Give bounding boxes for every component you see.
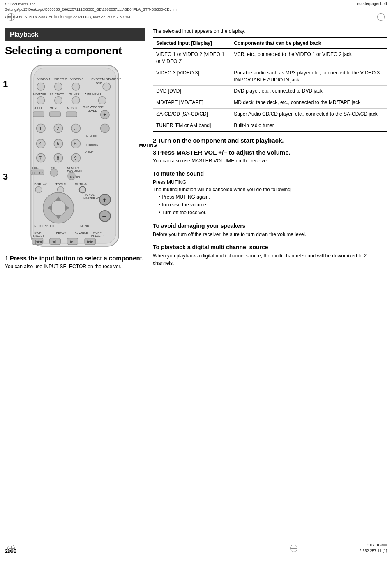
table-cell-components: VCR, etc., connected to the VIDEO 1 or V… bbox=[231, 49, 387, 67]
table-row: DVD [DVD]DVD player, etc., connected to … bbox=[153, 86, 387, 97]
svg-text:7: 7 bbox=[39, 155, 42, 160]
svg-text:6: 6 bbox=[74, 141, 77, 146]
svg-text:–: – bbox=[102, 211, 106, 220]
svg-text:▶▶|: ▶▶| bbox=[87, 239, 95, 243]
svg-text:TOOLS: TOOLS bbox=[55, 182, 66, 186]
header-masterpage: masterpage: Left bbox=[357, 2, 387, 6]
svg-text:ENTER: ENTER bbox=[70, 175, 80, 178]
table-cell-input: VIDEO 3 [VIDEO 3] bbox=[153, 67, 231, 86]
step-3-item: 3 Press MASTER VOL +/– to adjust the vol… bbox=[153, 149, 387, 165]
svg-text:MEMORY: MEMORY bbox=[67, 166, 79, 169]
svg-text:MUTING: MUTING bbox=[75, 182, 87, 186]
corner-tr-crosshair bbox=[377, 13, 385, 21]
step-1-normal: You can also use INPUT SELECTOR on the r… bbox=[5, 263, 145, 270]
mute-text1: Press MUTING. bbox=[153, 178, 387, 186]
footer-part-num: 2-662-257-11 (1) bbox=[359, 548, 387, 554]
svg-text:SUB WOOFER: SUB WOOFER bbox=[83, 105, 104, 109]
svg-text:VIDEO 3: VIDEO 3 bbox=[70, 77, 83, 81]
svg-text:VIDEO 2: VIDEO 2 bbox=[54, 77, 67, 81]
svg-text:DISPLAY: DISPLAY bbox=[34, 182, 47, 186]
right-column: The selected input appears on the displa… bbox=[153, 28, 387, 275]
step-1-num: 1 bbox=[5, 255, 8, 262]
svg-text:FM MODE: FM MODE bbox=[85, 134, 98, 137]
avoid-text: Before you turn off the receiver, be sur… bbox=[153, 231, 387, 238]
svg-text:>10/-: >10/- bbox=[32, 166, 38, 169]
table-row: SA-CD/CD [SA-CD/CD]Super Audio CD/CD pla… bbox=[153, 108, 387, 120]
svg-text:+: + bbox=[103, 196, 106, 203]
svg-point-17 bbox=[72, 96, 80, 104]
avoid-heading: To avoid damaging your speakers bbox=[153, 223, 387, 229]
mute-text2: The muting function will be canceled whe… bbox=[153, 186, 387, 193]
svg-text:|◀◀: |◀◀ bbox=[35, 239, 43, 243]
svg-text:MOVIE: MOVIE bbox=[50, 106, 60, 110]
svg-text:TV CH –: TV CH – bbox=[33, 231, 44, 234]
header-path-line1: C:\Documents and bbox=[5, 2, 177, 7]
svg-point-7 bbox=[37, 83, 45, 90]
svg-text:DVD MENU: DVD MENU bbox=[67, 169, 82, 172]
svg-text:PRESET +: PRESET + bbox=[91, 234, 104, 237]
playback-header: Playback bbox=[5, 28, 145, 41]
mute-bullets: Press MUTING again.Increase the volume.T… bbox=[159, 193, 387, 217]
svg-point-66 bbox=[79, 186, 86, 193]
svg-point-70 bbox=[51, 200, 66, 215]
svg-rect-24 bbox=[33, 112, 44, 117]
playback-digital-heading: To playback a digital multi channel sour… bbox=[153, 244, 387, 250]
table-cell-input: DVD [DVD] bbox=[153, 86, 231, 97]
header-left: C:\Documents and Settings\pc13\Desktop\J… bbox=[5, 2, 177, 12]
svg-point-8 bbox=[55, 83, 62, 90]
display-note: The selected input appears on the displa… bbox=[153, 28, 387, 34]
table-cell-input: SA-CD/CD [SA-CD/CD] bbox=[153, 108, 231, 120]
svg-text:3: 3 bbox=[74, 126, 77, 131]
svg-text:CLEAR: CLEAR bbox=[32, 171, 42, 174]
table-cell-input: MD/TAPE [MD/TAPE] bbox=[153, 97, 231, 109]
corner-tl-crosshair bbox=[7, 13, 15, 21]
table-cell-input: TUNER [FM or AM band] bbox=[153, 120, 231, 131]
svg-point-16 bbox=[55, 96, 62, 104]
mute-bullet-item: Press MUTING again. bbox=[159, 193, 387, 201]
svg-text:▶: ▶ bbox=[70, 239, 74, 243]
svg-text:◀: ◀ bbox=[52, 239, 56, 243]
remote-control-svg: VIDEO 1 VIDEO 2 VIDEO 3 SYSTEM STANDBY D… bbox=[25, 63, 124, 249]
svg-text:VIDEO 1: VIDEO 1 bbox=[37, 77, 51, 81]
footer-model: STR-DG300 bbox=[359, 542, 387, 548]
svg-text:D.TUNING: D.TUNING bbox=[85, 143, 98, 146]
mute-bullet-item: Increase the volume. bbox=[159, 201, 387, 209]
svg-text:9: 9 bbox=[74, 155, 77, 160]
step-3-bold: Press MASTER VOL +/– to adjust the volum… bbox=[158, 149, 291, 156]
svg-text:DVD: DVD bbox=[96, 81, 103, 85]
svg-text:MENU: MENU bbox=[80, 224, 89, 228]
section-title: Selecting a component bbox=[5, 45, 145, 57]
svg-point-64 bbox=[35, 186, 42, 193]
svg-point-56 bbox=[50, 169, 58, 176]
step-3-num: 3 bbox=[153, 149, 156, 156]
svg-point-9 bbox=[72, 83, 80, 90]
svg-text:TV CH +: TV CH + bbox=[91, 231, 102, 234]
svg-text:REPLAY: REPLAY bbox=[56, 231, 67, 234]
step-1-bold: Press the input button to select a compo… bbox=[10, 255, 144, 262]
svg-text:MASTER VOL: MASTER VOL bbox=[83, 197, 101, 200]
svg-rect-26 bbox=[66, 112, 77, 117]
table-row: VIDEO 1 or VIDEO 2 [VIDEO 1 or VIDEO 2]V… bbox=[153, 49, 387, 67]
svg-point-65 bbox=[57, 186, 64, 193]
table-cell-input: VIDEO 1 or VIDEO 2 [VIDEO 1 or VIDEO 2] bbox=[153, 49, 231, 67]
svg-text:1: 1 bbox=[39, 126, 42, 131]
svg-text:TUNER: TUNER bbox=[69, 93, 80, 96]
mute-bullet-item: Turn off the receiver. bbox=[159, 209, 387, 217]
main-content: Playback Selecting a component 1 3 MUTIN… bbox=[0, 20, 392, 283]
mute-heading: To mute the sound bbox=[153, 170, 387, 177]
table-cell-components: Portable audio such as MP3 player etc., … bbox=[231, 67, 387, 86]
table-row: VIDEO 3 [VIDEO 3]Portable audio such as … bbox=[153, 67, 387, 86]
header-path-line2: Settings\pc13\Desktop\JC060685_266225711… bbox=[5, 7, 177, 12]
svg-text:TV VOL: TV VOL bbox=[85, 193, 95, 196]
table-row: MD/TAPE [MD/TAPE]MD deck, tape deck, etc… bbox=[153, 97, 387, 109]
svg-text:A.F.D.: A.F.D. bbox=[34, 106, 42, 110]
svg-text:D.SKIP: D.SKIP bbox=[85, 150, 94, 153]
muting-label: MUTING bbox=[139, 143, 157, 148]
table-cell-components: Super Audio CD/CD player, etc., connecte… bbox=[231, 108, 387, 120]
right-steps: 2 Turn on the component and start playba… bbox=[153, 137, 387, 267]
svg-text:SYSTEM STANDBY: SYSTEM STANDBY bbox=[91, 77, 121, 81]
header-bar: C:\Documents and Settings\pc13\Desktop\J… bbox=[0, 0, 392, 14]
step-label-3: 3 bbox=[3, 172, 8, 182]
table-cell-components: MD deck, tape deck, etc., connected to t… bbox=[231, 97, 387, 109]
step-2-bold: Turn on the component and start playback… bbox=[158, 137, 284, 144]
